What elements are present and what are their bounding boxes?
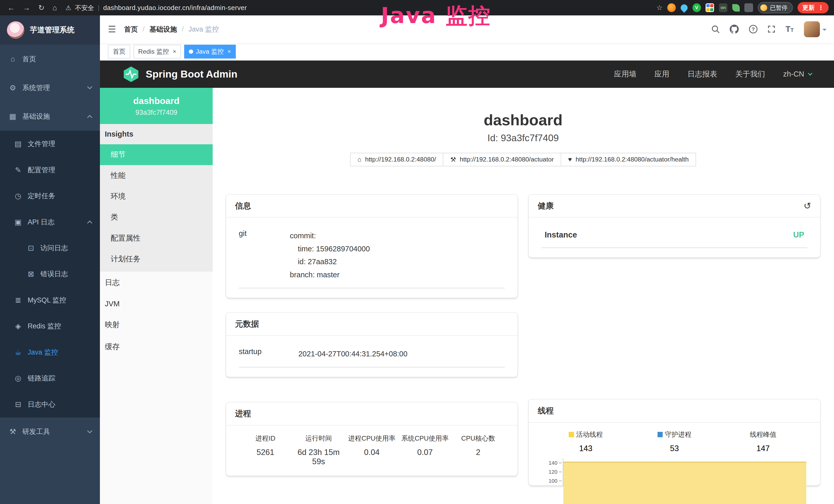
actuator-url-link[interactable]: ⚒ http://192.168.0.2:48080/actuator [443, 153, 561, 167]
sba-item-config-props[interactable]: 配置属性 [100, 228, 213, 249]
startup-value: 2021-04-27T00:44:31.254+08:00 [299, 347, 408, 361]
sidebar-item-dev-tools[interactable]: ⚒ 研发工具 [0, 417, 100, 446]
browser-back-icon[interactable]: ← [7, 4, 15, 12]
sba-nav-applications[interactable]: 应用 [655, 69, 670, 79]
paused-badge[interactable]: 已暂停 [758, 2, 793, 13]
tab-home[interactable]: 首页 [108, 45, 130, 59]
tab-java-monitor[interactable]: Java 监控 × [184, 45, 236, 59]
process-cpu-metric: 进程CPU使用率 0.04 [345, 434, 398, 466]
tab-redis-monitor[interactable]: Redis 监控 × [134, 45, 181, 59]
sba-nav-journal[interactable]: 日志报表 [687, 69, 717, 79]
browser-forward-icon[interactable]: → [23, 4, 30, 12]
instance-health-row[interactable]: Instance UP [542, 226, 807, 248]
navbar-actions: ? TT [711, 21, 834, 37]
instance-url-link[interactable]: ⌂ http://192.168.0.2:48080/ [350, 153, 443, 167]
active-tab-dot [189, 49, 193, 54]
infrastructure-submenu: ▤ 文件管理 ✎ 配置管理 ◷ 定时任务 ▣ API 日志 [0, 131, 100, 417]
breadcrumb-separator: / [142, 25, 144, 33]
instance-header[interactable]: dashboard 93a3fc7f7409 [100, 88, 213, 124]
sidebar-item-label: 系统管理 [22, 83, 50, 92]
sidebar-item-infrastructure[interactable]: ▦ 基础设施 [0, 102, 100, 131]
app-sidebar: 芋道管理系统 ⌂ 首页 ⚙ 系统管理 ▦ 基础设施 [0, 16, 100, 504]
sidebar-item-home[interactable]: ⌂ 首页 [0, 45, 100, 73]
sidebar-item-config-management[interactable]: ✎ 配置管理 [0, 157, 100, 183]
tabs-bar: 首页 Redis 监控 × Java 监控 × [100, 43, 834, 61]
sba-item-performance[interactable]: 性能 [100, 165, 213, 186]
status-badge: UP [793, 230, 804, 239]
sba-item-scheduled-tasks[interactable]: 计划任务 [100, 249, 213, 270]
vue-devtools-icon[interactable]: V [693, 3, 701, 12]
active-threads-swatch [569, 432, 574, 437]
git-key: git [239, 229, 290, 281]
sidebar-item-label: 错误日志 [40, 269, 68, 279]
daemon-threads-swatch [658, 432, 663, 437]
update-button[interactable]: 更新⋮ [797, 2, 829, 13]
help-icon[interactable]: ? [749, 25, 758, 33]
sidebar-item-file-management[interactable]: ▤ 文件管理 [0, 131, 100, 157]
history-icon[interactable]: ↺ [804, 201, 811, 210]
breadcrumb: 首页 / 基础设施 / Java 监控 [124, 25, 219, 34]
bookmark-star-icon[interactable]: ☆ [657, 4, 663, 12]
breadcrumb-infrastructure[interactable]: 基础设施 [149, 25, 177, 34]
sidebar-item-log-center[interactable]: ⊟ 日志中心 [0, 391, 100, 417]
close-icon[interactable]: × [227, 48, 231, 55]
instance-name: dashboard [104, 96, 208, 106]
sba-item-details[interactable]: 细节 [100, 144, 213, 165]
sidebar-item-mysql-monitor[interactable]: ≣ MySQL 监控 [0, 287, 100, 313]
chevron-up-icon [87, 115, 92, 120]
grid-extension-icon[interactable] [706, 3, 714, 12]
github-icon[interactable] [730, 25, 739, 33]
sba-item-jvm[interactable]: JVM [100, 294, 213, 314]
infrastructure-icon: ▦ [8, 112, 17, 121]
fullscreen-icon[interactable] [767, 25, 775, 33]
smiley-icon [760, 4, 767, 11]
fox-extension-icon[interactable] [667, 3, 676, 12]
health-url-link[interactable]: ♥ http://192.168.0.2:48080/actuator/heal… [561, 153, 696, 167]
chart-plot-area [563, 458, 808, 485]
sidebar-item-label: 基础设施 [22, 112, 50, 121]
user-avatar[interactable] [804, 21, 827, 37]
sidebar-item-java-monitor[interactable]: ☕ Java 监控 [0, 339, 100, 365]
font-size-icon[interactable]: TT [786, 25, 794, 34]
sidebar-item-system-management[interactable]: ⚙ 系统管理 [0, 73, 100, 102]
screenshot-root: ← → ↻ ⌂ ⚠ 不安全 | dashboard.yudao.iocoder.… [0, 0, 834, 504]
sidebar-toggle-icon[interactable]: ☰ [100, 24, 124, 35]
sba-nav-wallboard[interactable]: 应用墙 [614, 69, 636, 79]
link-url: http://192.168.0.2:48080/ [365, 156, 436, 163]
cpu-cores-metric: CPU核心数 2 [452, 434, 505, 466]
peak-threads-metric: 线程峰值 147 [719, 430, 807, 453]
sba-nav-about[interactable]: 关于我们 [736, 69, 765, 79]
sba-brand[interactable]: Spring Boot Admin [122, 66, 237, 83]
leaf-extension-icon[interactable] [732, 4, 740, 12]
access-log-icon: ⊡ [27, 244, 35, 252]
sidebar-item-error-logs[interactable]: ⊠ 错误日志 [0, 261, 100, 287]
info-card-title: 信息 [226, 194, 518, 218]
instance-links: ⌂ http://192.168.0.2:48080/ ⚒ http://192… [226, 153, 820, 167]
sidebar-item-redis-monitor[interactable]: ◈ Redis 监控 [0, 313, 100, 339]
java-icon: ☕ [14, 348, 22, 357]
switch-on-extension-icon[interactable]: on [719, 3, 727, 12]
sidebar-item-label: 链路追踪 [28, 373, 56, 383]
address-bar[interactable]: ⚠ 不安全 | dashboard.yudao.iocoder.cn/infra… [66, 4, 656, 12]
browser-refresh-icon[interactable]: ↻ [38, 3, 44, 12]
sidebar-item-scheduled-tasks[interactable]: ◷ 定时任务 [0, 183, 100, 209]
caret-down-icon [822, 29, 827, 33]
sba-item-mappings[interactable]: 映射 [100, 314, 213, 336]
sidebar-item-api-logs[interactable]: ▣ API 日志 [0, 209, 100, 235]
close-icon[interactable]: × [173, 48, 176, 55]
sidebar-item-trace[interactable]: ◎ 链路追踪 [0, 365, 100, 391]
sba-item-logs[interactable]: 日志 [100, 272, 213, 294]
language-select[interactable]: zh-CN [783, 70, 812, 78]
browser-home-icon[interactable]: ⌂ [52, 4, 57, 12]
chart-y-axis: 140 120 100 [542, 458, 563, 485]
breadcrumb-home[interactable]: 首页 [124, 25, 138, 34]
gear-icon: ⚙ [8, 84, 17, 92]
drop-extension-icon[interactable] [679, 3, 689, 13]
wrench-icon: ⚒ [450, 156, 456, 163]
sba-item-caches[interactable]: 缓存 [100, 336, 213, 358]
puzzle-extension-icon[interactable] [744, 3, 753, 12]
search-icon[interactable] [711, 25, 720, 33]
sba-item-environment[interactable]: 环境 [100, 186, 213, 207]
sba-item-classes[interactable]: 类 [100, 207, 213, 228]
sidebar-item-access-logs[interactable]: ⊡ 访问日志 [0, 235, 100, 261]
